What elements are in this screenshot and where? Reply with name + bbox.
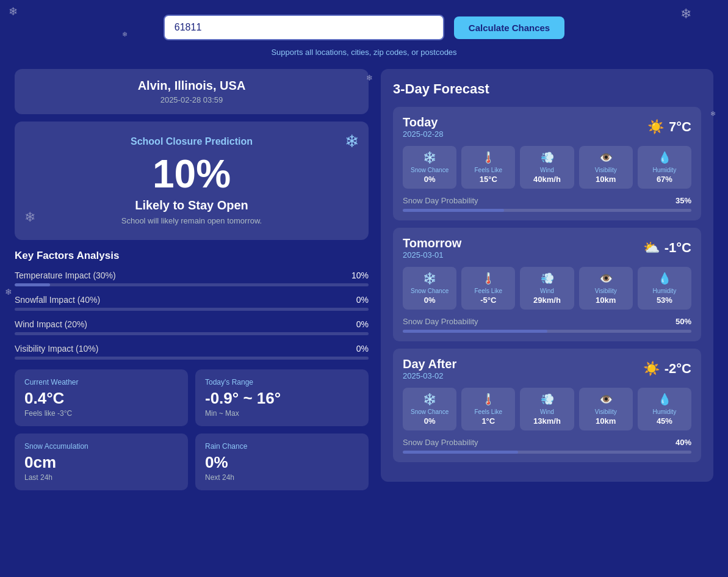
metric-icon: 💨 — [526, 272, 568, 285]
temp-icon: ⛅ — [643, 240, 660, 256]
metric-value: 10km — [585, 175, 627, 184]
snowflake-icon-left: ❄ — [24, 209, 35, 225]
metric-label: Humidity — [644, 167, 685, 173]
metric-icon: 🌡️ — [467, 272, 509, 285]
right-panel: 3-Day Forecast Today 2025-02-28 ☀️ 7°C ❄… — [381, 69, 713, 490]
prob-bar-bg — [403, 330, 691, 333]
key-factors: Key Factors Analysis Temperature Impact … — [15, 250, 369, 360]
prob-label: Snow Day Probability — [403, 196, 478, 205]
factor-row: Wind Impact (20%) 0% — [15, 319, 369, 335]
calculate-button[interactable]: Calculate Chances — [454, 16, 564, 39]
metric-label: Visibility — [585, 167, 627, 173]
location-name: Alvin, Illinois, USA — [24, 79, 359, 93]
metric-box: 💧 Humidity 45% — [638, 388, 691, 430]
metric-box: 👁️ Visibility 10km — [579, 388, 633, 430]
metric-box: 🌡️ Feels Like 1°C — [461, 388, 515, 430]
metric-box: ❄️ Snow Chance 0% — [403, 388, 456, 430]
prob-bar-fill — [403, 209, 504, 212]
metric-value: 1°C — [467, 416, 509, 426]
factor-bar-bg — [15, 357, 369, 360]
metric-value: -5°C — [467, 296, 509, 305]
temp-value: -1°C — [665, 240, 691, 256]
prediction-label: Likely to Stay Open — [29, 198, 354, 212]
factor-value: 0% — [347, 295, 369, 305]
prob-value: 35% — [676, 196, 691, 205]
temp-icon: ☀️ — [643, 361, 660, 377]
forecast-panel: 3-Day Forecast Today 2025-02-28 ☀️ 7°C ❄… — [381, 69, 713, 482]
metric-box: 💨 Wind 40km/h — [520, 146, 574, 189]
header: Calculate Chances — [0, 0, 728, 48]
factor-label: Temperature Impact (30%) — [15, 270, 339, 280]
prediction-percentage: 10% — [29, 154, 354, 194]
temp-value: 7°C — [669, 119, 691, 135]
location-box: Alvin, Illinois, USA 2025-02-28 03:59 — [15, 69, 369, 114]
day-temp: ☀️ -2°C — [643, 361, 691, 377]
wc-sub: Min ~ Max — [205, 409, 359, 418]
metric-box: ❄️ Snow Chance 0% — [403, 146, 456, 189]
metric-icon: 🌡️ — [467, 151, 509, 164]
day-date: 2025-03-01 — [403, 250, 461, 259]
weather-stat-card: Snow Accumulation 0cm Last 24h — [15, 434, 188, 490]
metric-label: Humidity — [644, 408, 685, 415]
metric-value: 15°C — [467, 175, 509, 184]
metric-value: 0% — [409, 296, 450, 305]
metric-label: Feels Like — [467, 167, 509, 173]
metric-icon: 💧 — [644, 151, 685, 164]
forecast-title: 3-Day Forecast — [393, 81, 701, 97]
prob-bar-bg — [403, 209, 691, 212]
factor-row: Snowfall Impact (40%) 0% — [15, 295, 369, 311]
prediction-box: School Closure Prediction 10% Likely to … — [15, 122, 369, 240]
weather-cards: Current Weather 0.4°C Feels like -3°C To… — [15, 369, 369, 490]
factor-bar-bg — [15, 332, 369, 335]
day-name: Day After — [403, 357, 456, 371]
day-date: 2025-03-02 — [403, 371, 456, 380]
metric-label: Visibility — [585, 288, 627, 294]
metric-icon: 👁️ — [585, 151, 627, 164]
prob-label: Snow Day Probability — [403, 317, 478, 326]
metric-value: 40km/h — [526, 175, 568, 184]
metric-label: Humidity — [644, 288, 685, 294]
metric-value: 53% — [644, 296, 685, 305]
prediction-sub: School will likely remain open tomorrow. — [29, 216, 354, 225]
day-date: 2025-02-28 — [403, 129, 444, 139]
metric-label: Wind — [526, 408, 568, 415]
metric-icon: 💧 — [644, 272, 685, 285]
metric-value: 45% — [644, 416, 685, 426]
weather-metrics: ❄️ Snow Chance 0% 🌡️ Feels Like 1°C 💨 Wi… — [403, 388, 691, 430]
temp-value: -2°C — [665, 361, 691, 377]
metric-box: 🌡️ Feels Like 15°C — [461, 146, 515, 189]
metric-value: 67% — [644, 175, 685, 184]
metric-icon: 💨 — [526, 393, 568, 406]
metric-label: Feels Like — [467, 408, 509, 415]
metric-icon: ❄️ — [409, 151, 450, 164]
day-header: Day After 2025-03-02 ☀️ -2°C — [403, 357, 691, 380]
prob-row: Snow Day Probability 50% — [403, 317, 691, 326]
search-input[interactable] — [164, 15, 444, 40]
day-card: Tomorrow 2025-03-01 ⛅ -1°C ❄️ Snow Chanc… — [393, 228, 701, 341]
metric-value: 0% — [409, 416, 450, 426]
metric-value: 13km/h — [526, 416, 568, 426]
weather-metrics: ❄️ Snow Chance 0% 🌡️ Feels Like 15°C 💨 W… — [403, 146, 691, 189]
wc-label: Current Weather — [24, 378, 178, 386]
factor-label: Snowfall Impact (40%) — [15, 295, 339, 305]
snowflake-icon: ❄ — [345, 131, 359, 151]
metric-icon: 👁️ — [585, 393, 627, 406]
metric-label: Visibility — [585, 408, 627, 415]
metric-box: 🌡️ Feels Like -5°C — [461, 267, 515, 310]
factor-value: 0% — [347, 319, 369, 329]
day-name: Today — [403, 115, 444, 129]
metric-box: 💧 Humidity 67% — [638, 146, 691, 189]
metric-box: 👁️ Visibility 10km — [579, 146, 633, 189]
factor-bar-bg — [15, 283, 369, 286]
prob-value: 40% — [676, 438, 691, 447]
prob-bar-fill — [403, 451, 518, 454]
main-content: Alvin, Illinois, USA 2025-02-28 03:59 Sc… — [0, 69, 728, 505]
prob-bar-bg — [403, 451, 691, 454]
metric-label: Wind — [526, 288, 568, 294]
wc-value: 0.4°C — [24, 389, 178, 408]
metric-label: Snow Chance — [409, 288, 450, 294]
day-name-date: Tomorrow 2025-03-01 — [403, 236, 461, 259]
metric-icon: 👁️ — [585, 272, 627, 285]
wc-sub: Next 24h — [205, 473, 359, 482]
subtitle: Supports all locations, cities, zip code… — [0, 48, 728, 57]
